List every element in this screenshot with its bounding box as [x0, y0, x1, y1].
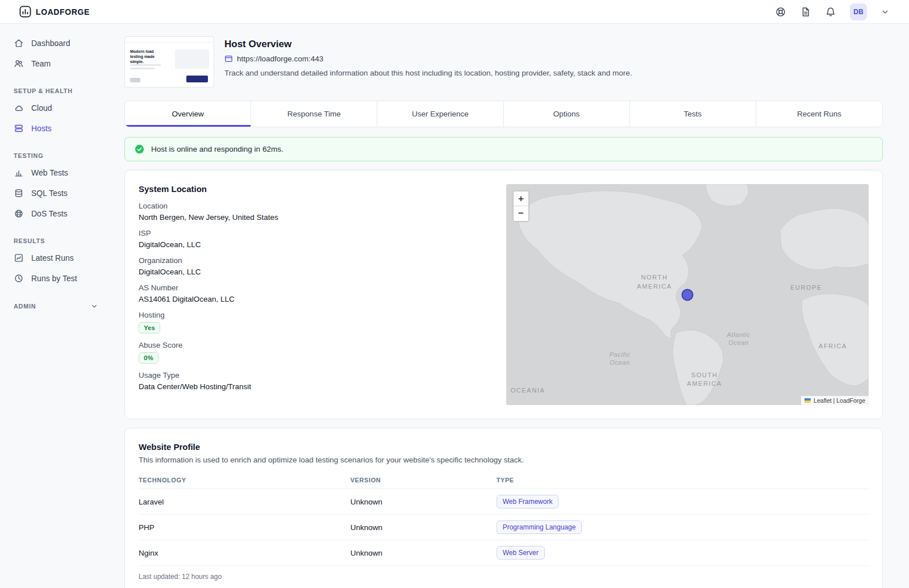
hosting-badge: Yes: [139, 322, 160, 333]
brand-logo[interactable]: LOADFORGE: [19, 6, 90, 18]
users-icon: [14, 59, 24, 69]
map-zoom-in-button[interactable]: +: [514, 191, 528, 206]
field-hosting: Hosting Yes: [139, 311, 497, 333]
globe-icon: [14, 208, 24, 219]
sidebar-item-label: Hosts: [31, 124, 52, 133]
table-row: Laravel Unknown Web Framework: [139, 489, 869, 515]
technology-name: Laravel: [139, 489, 351, 515]
map-label-africa: AFRICA: [819, 343, 847, 349]
website-profile-description: This information is used to enrich and o…: [139, 456, 869, 464]
technology-name: PHP: [139, 515, 351, 540]
sidebar: Dashboard Team SETUP & HEALTH Cloud: [0, 24, 111, 588]
abuse-score-badge: 0%: [139, 352, 159, 364]
topbar: LOADFORGE DB: [0, 0, 909, 24]
bar-chart-icon: [14, 168, 24, 178]
field-usage-type: Usage Type Data Center/Web Hosting/Trans…: [139, 371, 497, 391]
svg-text:Ocean: Ocean: [610, 359, 629, 366]
map-label-oceania: OCEANIA: [511, 387, 545, 394]
brand-icon: [19, 6, 31, 18]
notifications-bell-icon[interactable]: [825, 6, 836, 18]
system-location-title: System Location: [139, 184, 497, 194]
sidebar-item-label: Web Tests: [31, 168, 68, 177]
field-as-number: AS Number AS14061 DigitalOcean, LLC: [139, 283, 497, 303]
svg-text:AMERICA: AMERICA: [637, 283, 672, 290]
table-row: Nginx Unknown Web Server: [139, 540, 869, 566]
account-chevron-down-icon[interactable]: [881, 7, 890, 16]
svg-text:AMERICA: AMERICA: [687, 380, 722, 387]
map-label-pacific-ocean: Pacific: [610, 351, 631, 358]
main-content: Modern load testing made simple. Host Ov…: [111, 24, 909, 588]
sidebar-item-dashboard[interactable]: Dashboard: [7, 33, 105, 53]
sidebar-item-label: Dashboard: [31, 39, 70, 48]
cloud-icon: [14, 103, 24, 113]
sidebar-item-web-tests[interactable]: Web Tests: [7, 162, 105, 183]
leaflet-flag-icon: [804, 398, 811, 403]
location-map[interactable]: NORTH AMERICA EUROPE AFRICA SOUTH AMERIC…: [506, 184, 869, 405]
sidebar-item-latest-runs[interactable]: Latest Runs: [7, 248, 105, 268]
sidebar-section-setup-health: SETUP & HEALTH: [7, 87, 105, 94]
world-map-tiles[interactable]: NORTH AMERICA EUROPE AFRICA SOUTH AMERIC…: [506, 184, 869, 405]
technology-version: Unknown: [351, 489, 497, 515]
clock-icon: [14, 273, 24, 283]
sidebar-item-runs-by-test[interactable]: Runs by Test: [7, 268, 105, 289]
technology-type-badge: Web Framework: [497, 495, 559, 508]
sidebar-item-label: SQL Tests: [31, 189, 68, 198]
sidebar-section-testing: TESTING: [7, 152, 105, 159]
map-label-europe: EUROPE: [790, 284, 822, 291]
sidebar-item-label: Latest Runs: [31, 253, 74, 262]
database-icon: [14, 188, 24, 198]
field-isp: ISP DigitalOcean, LLC: [139, 229, 497, 249]
technology-type-badge: Programming Language: [497, 520, 582, 534]
field-organization: Organization DigitalOcean, LLC: [139, 256, 497, 276]
server-icon: [14, 123, 24, 134]
svg-text:Ocean: Ocean: [728, 339, 748, 346]
website-profile-title: Website Profile: [139, 442, 869, 452]
technology-table: TECHNOLOGY VERSION TYPE Laravel Unknown …: [139, 472, 869, 566]
brand-name: LOADFORGE: [36, 7, 90, 16]
host-screenshot-thumbnail: Modern load testing made simple.: [124, 36, 214, 87]
tab-options[interactable]: Options: [504, 101, 630, 127]
host-tabs: Overview Response Time User Experience O…: [124, 101, 883, 127]
host-url-link[interactable]: https://loadforge.com:443: [237, 55, 323, 63]
tab-response-time[interactable]: Response Time: [251, 101, 377, 127]
tab-recent-runs[interactable]: Recent Runs: [756, 101, 882, 127]
chart-box-icon: [14, 253, 24, 263]
page-title: Host Overview: [224, 39, 632, 50]
sidebar-item-dos-tests[interactable]: DoS Tests: [7, 203, 105, 224]
status-message: Host is online and responding in 62ms.: [151, 145, 283, 153]
user-avatar[interactable]: DB: [850, 3, 867, 20]
tab-tests[interactable]: Tests: [630, 101, 756, 127]
check-circle-icon: [135, 144, 144, 154]
sidebar-item-sql-tests[interactable]: SQL Tests: [7, 183, 105, 203]
tab-overview[interactable]: Overview: [125, 101, 251, 127]
technology-type-badge: Web Server: [497, 546, 545, 560]
sidebar-item-label: Runs by Test: [31, 274, 77, 283]
website-profile-card: Website Profile This information is used…: [124, 428, 883, 588]
host-status-banner: Host is online and responding in 62ms.: [124, 137, 883, 161]
admin-chevron-down-icon[interactable]: [90, 302, 98, 310]
host-location-marker[interactable]: [682, 290, 693, 301]
tab-user-experience[interactable]: User Experience: [377, 101, 503, 127]
map-attribution[interactable]: Leaflet | LoadForge: [801, 396, 869, 405]
browser-window-icon: [224, 55, 233, 63]
home-icon: [14, 38, 24, 48]
sidebar-item-label: DoS Tests: [31, 209, 68, 218]
technology-name: Nginx: [139, 540, 351, 566]
table-row: PHP Unknown Programming Language: [139, 515, 869, 540]
field-location: Location North Bergen, New Jersey, Unite…: [139, 202, 497, 222]
column-header-technology: TECHNOLOGY: [139, 472, 351, 489]
sidebar-item-label: Cloud: [31, 103, 52, 112]
map-label-south-america: SOUTH: [691, 372, 718, 378]
document-icon[interactable]: [800, 6, 811, 18]
field-abuse-score: Abuse Score 0%: [139, 341, 497, 364]
sidebar-section-admin[interactable]: ADMIN: [7, 302, 105, 310]
map-zoom-out-button[interactable]: −: [514, 206, 528, 221]
sidebar-item-team[interactable]: Team: [7, 53, 105, 74]
help-icon[interactable]: [775, 6, 786, 18]
column-header-version: VERSION: [351, 472, 497, 489]
last-updated-text: Last updated: 12 hours ago: [139, 573, 869, 581]
sidebar-item-hosts[interactable]: Hosts: [7, 118, 105, 139]
map-label-atlantic-ocean: Atlantic: [727, 331, 750, 338]
sidebar-section-results: RESULTS: [7, 237, 105, 244]
sidebar-item-cloud[interactable]: Cloud: [7, 98, 105, 118]
